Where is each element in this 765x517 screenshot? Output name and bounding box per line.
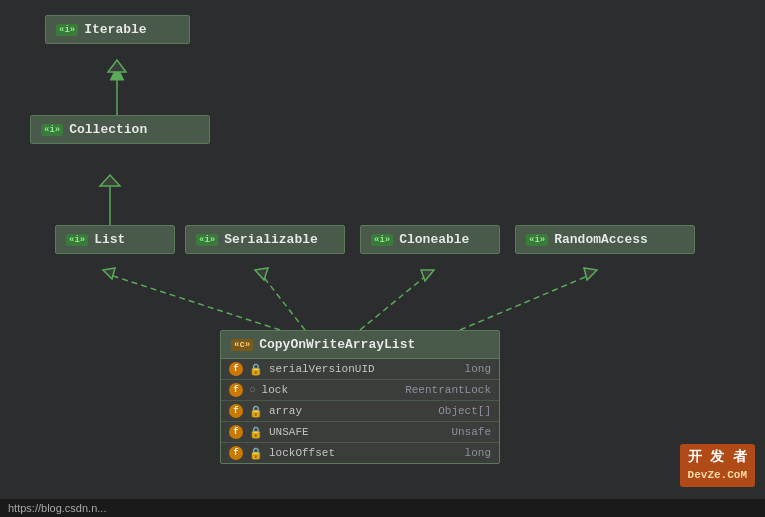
field-icon-f4: f — [229, 425, 243, 439]
collection-box: «i» Collection — [30, 115, 210, 144]
serializable-title: Serializable — [224, 232, 318, 247]
field-type-3: Object[] — [438, 405, 491, 417]
serializable-box: «i» Serializable — [185, 225, 345, 254]
svg-marker-13 — [584, 268, 597, 280]
field-name-3: array — [269, 405, 432, 417]
svg-line-8 — [262, 275, 305, 330]
field-row-lockoffset: f 🔒 lockOffset long — [221, 442, 499, 463]
field-icon-f3: f — [229, 404, 243, 418]
field-type-2: ReentrantLock — [405, 384, 491, 396]
field-name-4: UNSAFE — [269, 426, 445, 438]
svg-line-10 — [360, 275, 427, 330]
collection-header: «i» Collection — [31, 116, 209, 143]
iterable-header: «i» Iterable — [46, 16, 189, 43]
url-text: https://blog.csdn.n... — [8, 502, 106, 514]
iterable-badge: «i» — [56, 24, 78, 36]
svg-marker-11 — [421, 270, 434, 281]
svg-marker-3 — [108, 60, 126, 72]
watermark: 开 发 者 DevZe.CoM — [680, 444, 755, 487]
field-type-1: long — [465, 363, 491, 375]
serializable-header: «i» Serializable — [186, 226, 344, 253]
field-row-array: f 🔒 array Object[] — [221, 400, 499, 421]
url-bar: https://blog.csdn.n... — [0, 499, 765, 517]
serializable-badge: «i» — [196, 234, 218, 246]
copyonwrite-header: «c» CopyOnWriteArrayList — [221, 331, 499, 358]
collection-badge: «i» — [41, 124, 63, 136]
field-icon-f2: f — [229, 383, 243, 397]
vis-lock-3: 🔒 — [249, 405, 263, 418]
field-row-unsafe: f 🔒 UNSAFE Unsafe — [221, 421, 499, 442]
copyonwrite-badge: «c» — [231, 339, 253, 351]
copyonwrite-title: CopyOnWriteArrayList — [259, 337, 415, 352]
collection-title: Collection — [69, 122, 147, 137]
field-type-4: Unsafe — [451, 426, 491, 438]
randomaccess-box: «i» RandomAccess — [515, 225, 695, 254]
list-header: «i» List — [56, 226, 174, 253]
field-icon-f1: f — [229, 362, 243, 376]
watermark-line2: DevZe.CoM — [688, 468, 747, 483]
field-name-1: serialVersionUID — [269, 363, 459, 375]
randomaccess-title: RandomAccess — [554, 232, 648, 247]
field-icon-f5: f — [229, 446, 243, 460]
svg-marker-5 — [100, 175, 120, 186]
iterable-box: «i» Iterable — [45, 15, 190, 44]
iterable-title: Iterable — [84, 22, 146, 37]
vis-circle-2: ○ — [249, 384, 256, 396]
vis-lock-1: 🔒 — [249, 363, 263, 376]
field-row-lock: f ○ lock ReentrantLock — [221, 379, 499, 400]
list-badge: «i» — [66, 234, 88, 246]
list-title: List — [94, 232, 125, 247]
svg-marker-9 — [255, 268, 268, 280]
randomaccess-badge: «i» — [526, 234, 548, 246]
vis-lock-4: 🔒 — [249, 426, 263, 439]
field-name-5: lockOffset — [269, 447, 459, 459]
field-type-5: long — [465, 447, 491, 459]
randomaccess-header: «i» RandomAccess — [516, 226, 694, 253]
cloneable-badge: «i» — [371, 234, 393, 246]
list-box: «i» List — [55, 225, 175, 254]
watermark-line1: 开 发 者 — [688, 449, 747, 465]
diagram-container: «i» Iterable «i» Collection «i» List «i»… — [0, 0, 765, 517]
vis-lock-5: 🔒 — [249, 447, 263, 460]
field-row-serialversionuid: f 🔒 serialVersionUID long — [221, 358, 499, 379]
svg-line-6 — [110, 275, 280, 330]
cloneable-box: «i» Cloneable — [360, 225, 500, 254]
cloneable-header: «i» Cloneable — [361, 226, 499, 253]
copyonwrite-body: f 🔒 serialVersionUID long f ○ lock Reent… — [221, 358, 499, 463]
svg-line-12 — [460, 275, 590, 330]
svg-marker-7 — [103, 268, 115, 279]
cloneable-title: Cloneable — [399, 232, 469, 247]
field-name-2: lock — [262, 384, 400, 396]
copyonwrite-box: «c» CopyOnWriteArrayList f 🔒 serialVersi… — [220, 330, 500, 464]
